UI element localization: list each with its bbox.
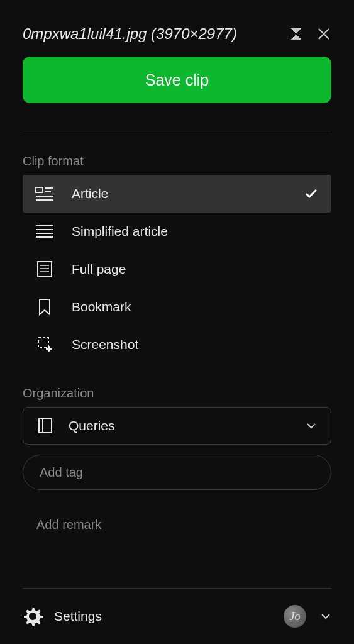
format-item-bookmark[interactable]: Bookmark xyxy=(23,288,331,326)
bookmark-icon xyxy=(35,297,54,316)
chevron-down-icon[interactable] xyxy=(320,611,331,622)
settings-button[interactable]: Settings xyxy=(54,609,284,624)
format-item-article[interactable]: Article xyxy=(23,175,331,213)
remark-label: Add remark xyxy=(36,518,101,531)
chevron-down-icon xyxy=(306,420,317,431)
svg-rect-15 xyxy=(39,419,52,433)
add-remark-button[interactable]: Add remark xyxy=(23,518,331,532)
format-item-simplified[interactable]: Simplified article xyxy=(23,213,331,250)
clip-format-label: Clip format xyxy=(23,154,331,169)
tag-input[interactable]: Add tag xyxy=(23,455,331,490)
format-label: Simplified article xyxy=(72,224,319,239)
format-label: Bookmark xyxy=(72,299,319,314)
format-label: Screenshot xyxy=(72,337,319,352)
svg-point-17 xyxy=(30,613,36,619)
notebook-icon xyxy=(37,418,53,434)
check-icon xyxy=(304,186,319,201)
tag-placeholder: Add tag xyxy=(40,465,83,480)
divider xyxy=(23,131,331,131)
page-title: 0mpxwa1luil41.jpg (3970×2977) xyxy=(23,25,237,43)
format-label: Article xyxy=(72,186,304,201)
avatar[interactable]: Jo xyxy=(284,605,306,628)
svg-rect-0 xyxy=(36,187,43,192)
screenshot-icon xyxy=(35,335,54,354)
simplified-article-icon xyxy=(35,222,54,241)
hourglass-icon[interactable] xyxy=(289,26,304,42)
clip-format-list: Article Simplified article Full page xyxy=(23,175,331,364)
notebook-select[interactable]: Queries xyxy=(23,407,331,445)
save-clip-label: Save clip xyxy=(145,71,209,89)
organization-label: Organization xyxy=(23,386,331,401)
gear-icon[interactable] xyxy=(23,606,43,626)
full-page-icon xyxy=(35,260,54,279)
divider xyxy=(23,588,331,589)
svg-rect-9 xyxy=(38,262,52,277)
save-clip-button[interactable]: Save clip xyxy=(23,57,331,103)
notebook-label: Queries xyxy=(69,418,306,433)
close-icon[interactable] xyxy=(316,26,331,42)
format-item-screenshot[interactable]: Screenshot xyxy=(23,326,331,364)
format-item-fullpage[interactable]: Full page xyxy=(23,250,331,288)
format-label: Full page xyxy=(72,262,319,277)
article-icon xyxy=(35,184,54,203)
